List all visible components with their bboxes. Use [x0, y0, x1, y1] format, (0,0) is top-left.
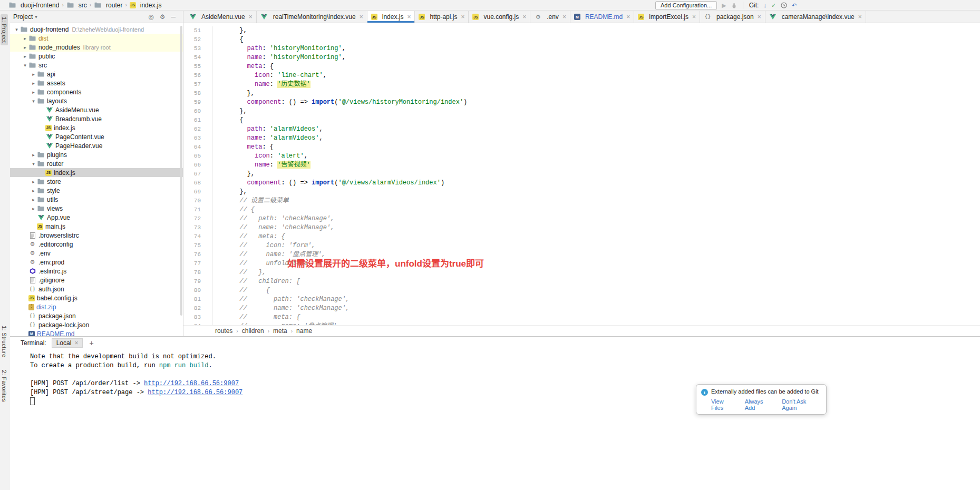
breadcrumb-item-duoji-frontend[interactable]: duoji-frontend	[7, 2, 60, 9]
rollback-icon[interactable]: ↶	[792, 3, 797, 8]
tree-item-app-vue[interactable]: App.vue	[10, 213, 183, 222]
debug-icon[interactable]	[731, 3, 737, 8]
tree-item-main-js[interactable]: JSmain.js	[10, 222, 183, 231]
close-icon[interactable]: ×	[522, 13, 526, 21]
tree-item-env-prod[interactable]: ⚙.env.prod	[10, 258, 183, 267]
tree-item-dist[interactable]: ▸dist	[10, 34, 183, 43]
tree-item-utils[interactable]: ▸utils	[10, 195, 183, 204]
terminal-tab-local[interactable]: Local ×	[52, 338, 83, 348]
expand-arrow-icon[interactable]: ▸	[22, 54, 28, 59]
gear-icon[interactable]: ⚙	[160, 13, 166, 21]
tree-item-src[interactable]: ▾src	[10, 61, 183, 70]
tree-item-eslintrc-js[interactable]: .eslintrc.js	[10, 267, 183, 276]
editor-breadcrumb-item-name[interactable]: name	[296, 327, 312, 335]
editor-tab-asidemenu-vue[interactable]: AsideMenu.vue×	[185, 11, 257, 23]
tree-item-node-modules[interactable]: ▸node_moduleslibrary root	[10, 43, 183, 52]
expand-arrow-icon[interactable]: ▸	[30, 188, 37, 193]
tree-item-babel-config-js[interactable]: JSbabel.config.js	[10, 293, 183, 302]
toolwindow-favorites-button[interactable]: 2: Favorites	[1, 367, 8, 405]
add-configuration-button[interactable]: Add Configuration...	[655, 1, 717, 10]
close-icon[interactable]: ×	[249, 13, 253, 21]
tree-item-style[interactable]: ▸style	[10, 186, 183, 195]
project-view-dropdown[interactable]: Project ▾	[13, 13, 37, 21]
editor-breadcrumb-item-meta[interactable]: meta	[273, 327, 287, 335]
terminal-output[interactable]: Note that the development build is not o…	[10, 352, 980, 490]
collapse-arrow-icon[interactable]: ▾	[30, 99, 37, 104]
notification-action-view-files[interactable]: View Files	[711, 398, 737, 411]
toolwindow-project-button[interactable]: 1: Project	[1, 14, 8, 45]
hide-panel-icon[interactable]: ─	[171, 13, 176, 21]
tree-item-layouts[interactable]: ▾layouts	[10, 96, 183, 105]
expand-arrow-icon[interactable]: ▸	[30, 197, 37, 202]
editor-tab-http-api-js[interactable]: JShttp-api.js×	[415, 11, 469, 23]
tree-item-auth-json[interactable]: {}auth.json	[10, 285, 183, 293]
editor-tab-realtimemonitoring-index-vue[interactable]: realTimeMonitoring\index.vue×	[257, 11, 367, 23]
close-icon[interactable]: ×	[626, 13, 630, 21]
tree-item-views[interactable]: ▸views	[10, 204, 183, 213]
tree-item-index-js[interactable]: JSindex.js	[10, 123, 183, 132]
close-icon[interactable]: ×	[407, 13, 411, 21]
code-editor[interactable]: 51 },52 {53 path: 'historyMonitoring',54…	[183, 24, 980, 326]
editor-breadcrumb-item-routes[interactable]: routes	[215, 327, 232, 335]
close-icon[interactable]: ×	[74, 339, 78, 347]
close-icon[interactable]: ×	[360, 13, 363, 21]
tree-item-editorconfig[interactable]: ⚙.editorconfig	[10, 240, 183, 249]
terminal-link[interactable]: http://192.168.66.56:9007	[148, 389, 242, 396]
collapse-arrow-icon[interactable]: ▾	[30, 161, 37, 166]
tree-item-assets[interactable]: ▸assets	[10, 79, 183, 87]
editor-tab-env[interactable]: ⚙.env×	[530, 11, 570, 23]
collapse-arrow-icon[interactable]: ▾	[13, 27, 20, 32]
editor-tab-cameramanage-index-vue[interactable]: cameraManage\index.vue×	[765, 11, 866, 23]
editor-tab-readme-md[interactable]: MREADME.md×	[570, 11, 634, 23]
close-icon[interactable]: ×	[461, 13, 464, 21]
new-terminal-button[interactable]: +	[89, 339, 93, 347]
expand-arrow-icon[interactable]: ▸	[30, 72, 37, 77]
tree-item-readme-md[interactable]: MREADME.md	[10, 329, 183, 336]
tree-item-dist-zip[interactable]: dist.zip	[10, 302, 183, 311]
run-icon[interactable]: ▶	[722, 3, 726, 8]
collapse-arrow-icon[interactable]: ▾	[22, 63, 28, 68]
tree-item-pagecontent-vue[interactable]: PageContent.vue	[10, 132, 183, 141]
tree-item-env[interactable]: ⚙.env	[10, 249, 183, 258]
expand-arrow-icon[interactable]: ▸	[30, 206, 37, 211]
tree-item-store[interactable]: ▸store	[10, 177, 183, 186]
terminal-link[interactable]: http://192.168.66.56:9007	[144, 380, 239, 387]
tree-item-index-js[interactable]: JSindex.js	[10, 168, 183, 177]
breadcrumb-item-router[interactable]: router	[93, 2, 123, 9]
tree-item-package-json[interactable]: {}package.json	[10, 311, 183, 320]
close-icon[interactable]: ×	[562, 13, 566, 21]
notification-action-always-add[interactable]: Always Add	[745, 398, 774, 411]
tree-item-asidemenu-vue[interactable]: AsideMenu.vue	[10, 105, 183, 114]
close-icon[interactable]: ×	[858, 13, 862, 21]
locate-file-icon[interactable]: ◎	[148, 13, 153, 21]
close-icon[interactable]: ×	[758, 13, 761, 21]
tree-item-plugins[interactable]: ▸plugins	[10, 150, 183, 159]
expand-arrow-icon[interactable]: ▸	[30, 81, 37, 86]
expand-arrow-icon[interactable]: ▸	[30, 152, 37, 158]
breadcrumb-item-index-js[interactable]: JSindex.js	[129, 2, 163, 9]
tree-item-breadcrumb-vue[interactable]: Breadcrumb.vue	[10, 114, 183, 123]
tree-item-gitignore[interactable]: .gitignore	[10, 276, 183, 285]
history-icon[interactable]	[781, 2, 787, 8]
tree-item-package-lock-json[interactable]: {}package-lock.json	[10, 320, 183, 329]
notification-action-don-t-ask-again[interactable]: Don't Ask Again	[782, 398, 821, 411]
expand-arrow-icon[interactable]: ▸	[22, 36, 28, 41]
close-icon[interactable]: ×	[692, 13, 696, 21]
editor-tab-vue-config-js[interactable]: JSvue.config.js×	[469, 11, 530, 23]
git-commit-icon[interactable]: ✓	[771, 3, 776, 8]
tree-item-components[interactable]: ▸components	[10, 87, 183, 96]
expand-arrow-icon[interactable]: ▸	[22, 45, 28, 50]
expand-arrow-icon[interactable]: ▸	[30, 179, 37, 184]
toolwindow-structure-button[interactable]: 1: Structure	[1, 323, 8, 360]
tree-item-browserslistrc[interactable]: .browserslistrc	[10, 231, 183, 240]
editor-tab-package-json[interactable]: {}package.json×	[700, 11, 765, 23]
breadcrumb-item-src[interactable]: src	[65, 2, 88, 9]
expand-arrow-icon[interactable]: ▸	[30, 90, 37, 95]
editor-breadcrumb-item-children[interactable]: children	[242, 327, 264, 335]
tree-item-pageheader-vue[interactable]: PageHeader.vue	[10, 141, 183, 150]
project-tree-scrollbar[interactable]	[180, 26, 182, 316]
tree-item-router[interactable]: ▾router	[10, 159, 183, 168]
tree-item-api[interactable]: ▸api	[10, 70, 183, 79]
editor-tab-index-js[interactable]: JSindex.js×	[367, 11, 415, 23]
editor-tab-importexcel-js[interactable]: JSimportExcel.js×	[634, 11, 700, 23]
